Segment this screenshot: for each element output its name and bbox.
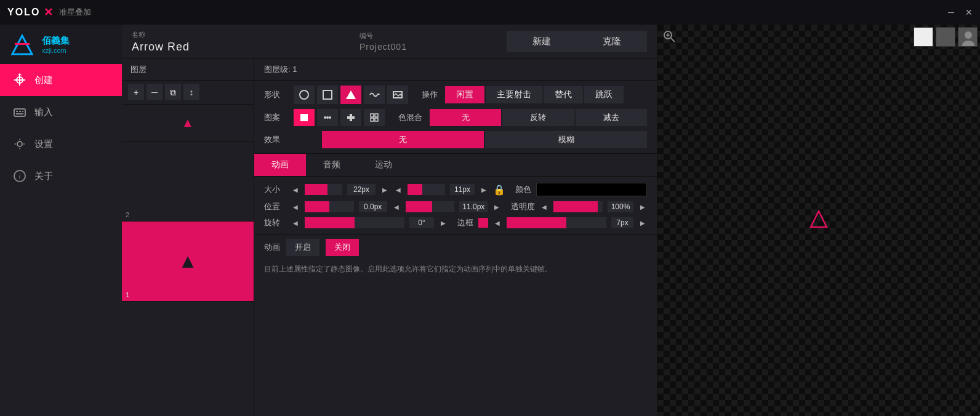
layers-panel: 图层 + ─ ⧉ ↕ ▲ 2 xyxy=(122,59,254,416)
effect-blur-button[interactable]: 模糊 xyxy=(485,131,647,148)
opacity-label: 透明度 xyxy=(511,201,535,212)
op-jump-button[interactable]: 跳跃 xyxy=(584,86,624,103)
sidebar-item-create[interactable]: 创建 xyxy=(0,64,122,96)
anim-off-button[interactable]: 关闭 xyxy=(326,239,359,256)
rotation-slider[interactable] xyxy=(305,217,404,228)
sidebar-label-create: 创建 xyxy=(34,74,53,86)
border-inc-button[interactable]: ▶ xyxy=(638,220,647,226)
layer-number: 1 xyxy=(126,291,129,298)
new-button[interactable]: 新建 xyxy=(507,31,577,52)
tab-audio[interactable]: 音频 xyxy=(306,154,358,176)
layer-arrow-preview: ▲ xyxy=(178,250,198,273)
shape-row: 形状 xyxy=(264,86,647,104)
layer-item[interactable]: ▲ xyxy=(122,105,254,142)
name-value[interactable]: Arrow Red xyxy=(132,41,359,54)
tab-animation[interactable]: 动画 xyxy=(254,154,306,176)
blend-subtract-button[interactable]: 减去 xyxy=(576,109,647,126)
size-h-slider[interactable] xyxy=(408,184,445,195)
shape-wave-button[interactable] xyxy=(364,86,385,104)
header-buttons: 新建 克隆 xyxy=(458,31,647,52)
effect-none-button[interactable]: 无 xyxy=(322,131,484,148)
layer-move-button[interactable]: ↕ xyxy=(183,84,199,100)
op-shoot-button[interactable]: 主要射击 xyxy=(486,86,542,103)
svg-point-34 xyxy=(965,31,972,39)
layer-remove-button[interactable]: ─ xyxy=(147,84,163,100)
opacity-dec-button[interactable]: ◀ xyxy=(540,204,548,210)
shape-circle-button[interactable] xyxy=(294,86,315,104)
shape-image-button[interactable] xyxy=(387,86,408,104)
layer-add-button[interactable]: + xyxy=(128,84,144,100)
layer-copy-button[interactable]: ⧉ xyxy=(165,84,181,100)
operation-buttons: 闲置 主要射击 替代 跳跃 xyxy=(445,86,624,103)
size-w-dec-button[interactable]: ◀ xyxy=(291,186,300,193)
blend-none-button[interactable]: 无 xyxy=(430,109,501,126)
border-fill xyxy=(507,217,566,228)
pattern-cross-button[interactable] xyxy=(340,109,361,126)
rot-dec-button[interactable]: ◀ xyxy=(291,220,300,226)
pattern-row: 图案 xyxy=(264,109,647,126)
border-slider[interactable] xyxy=(507,217,606,228)
size-h-dec-button[interactable]: ◀ xyxy=(394,186,403,193)
size-w-inc-button[interactable]: ▶ xyxy=(380,186,389,193)
minimize-button[interactable]: ─ xyxy=(948,8,954,17)
svg-rect-19 xyxy=(300,114,308,121)
sidebar-item-input[interactable]: 输入 xyxy=(0,96,122,128)
svg-point-21 xyxy=(326,116,329,119)
thumb-white[interactable] xyxy=(914,27,933,47)
rotation-value: 0° xyxy=(409,217,434,228)
op-idle-button[interactable]: 闲置 xyxy=(445,86,484,103)
svg-rect-11 xyxy=(16,113,23,114)
svg-point-35 xyxy=(962,41,974,47)
shape-arrow-button[interactable] xyxy=(340,86,361,104)
pos-x-dec-button[interactable]: ◀ xyxy=(291,204,300,210)
tab-motion[interactable]: 运动 xyxy=(358,154,409,176)
border-dec-button[interactable]: ◀ xyxy=(493,220,502,226)
size-label: 大小 xyxy=(264,184,286,195)
opacity-slider[interactable] xyxy=(553,201,603,212)
blend-label: 色混合 xyxy=(398,112,422,123)
size-lock-icon[interactable]: 🔒 xyxy=(493,184,505,196)
layer-level: 图层级: 1 xyxy=(254,59,657,81)
pattern-dots-button[interactable] xyxy=(317,109,338,126)
pos-y-dec-button[interactable]: ◀ xyxy=(392,204,401,210)
pattern-solid-button[interactable] xyxy=(294,109,315,126)
op-alt-button[interactable]: 替代 xyxy=(544,86,583,103)
svg-rect-8 xyxy=(16,111,18,112)
pos-x-fill xyxy=(305,201,329,212)
preview-thumbnails xyxy=(914,27,978,47)
sidebar-label-settings: 设置 xyxy=(34,138,53,150)
app-logo: YOLO ✕ xyxy=(7,6,53,19)
pos-y-slider[interactable] xyxy=(406,201,455,212)
clone-button[interactable]: 克隆 xyxy=(577,31,647,52)
color-swatch[interactable] xyxy=(536,183,647,196)
size-h-inc-button[interactable]: ▶ xyxy=(480,186,488,193)
pos-x-slider[interactable] xyxy=(305,201,354,212)
thumb-avatar[interactable] xyxy=(958,27,978,47)
layer-item-active[interactable]: ▲ 1 xyxy=(122,222,254,302)
zoom-icon[interactable] xyxy=(662,30,676,46)
anim-on-button[interactable]: 开启 xyxy=(286,239,319,256)
thumb-gray[interactable] xyxy=(936,27,955,47)
shape-square-button[interactable] xyxy=(317,86,338,104)
preview-panel xyxy=(657,25,980,416)
pattern-buttons xyxy=(294,109,385,126)
pos-y-inc-button[interactable]: ▶ xyxy=(492,204,501,210)
center-panel: 名称 Arrow Red 编号 Project001 新建 克隆 图层 + ─ … xyxy=(122,25,657,416)
header-row: 名称 Arrow Red 编号 Project001 新建 克隆 xyxy=(122,25,657,59)
pos-y-value: 11.0px xyxy=(459,201,488,212)
pattern-grid-button[interactable] xyxy=(364,109,385,126)
effect-row: 效果 无 模糊 xyxy=(264,131,647,148)
close-button[interactable]: ✕ xyxy=(965,8,973,17)
svg-rect-7 xyxy=(14,109,25,116)
pos-x-value: 0.0px xyxy=(359,201,387,212)
sidebar-item-about[interactable]: i 关于 xyxy=(0,160,122,192)
opacity-inc-button[interactable]: ▶ xyxy=(638,204,647,210)
app-title: 准星叠加 xyxy=(59,7,91,18)
sidebar-item-settings[interactable]: 设置 xyxy=(0,128,122,160)
border-color-swatch[interactable] xyxy=(478,218,488,228)
size-w-slider[interactable] xyxy=(305,184,342,195)
blend-invert-button[interactable]: 反转 xyxy=(502,109,574,126)
rot-inc-button[interactable]: ▶ xyxy=(439,220,448,226)
size-h-value: 11px xyxy=(450,184,475,195)
layer-item[interactable]: 2 xyxy=(122,142,254,222)
